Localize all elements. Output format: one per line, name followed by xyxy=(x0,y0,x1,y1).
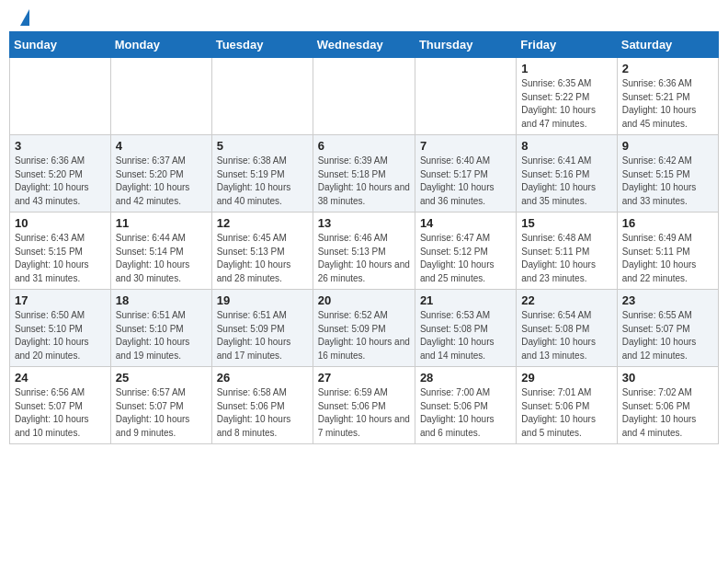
calendar-cell: 20Sunrise: 6:52 AM Sunset: 5:09 PM Dayli… xyxy=(313,290,415,367)
day-info: Sunrise: 6:55 AM Sunset: 5:07 PM Dayligh… xyxy=(622,309,713,362)
day-number: 4 xyxy=(116,139,207,153)
day-number: 16 xyxy=(622,216,713,230)
calendar-cell: 29Sunrise: 7:01 AM Sunset: 5:06 PM Dayli… xyxy=(517,367,617,444)
day-number: 3 xyxy=(15,139,106,153)
day-number: 9 xyxy=(622,139,713,153)
calendar-cell: 5Sunrise: 6:38 AM Sunset: 5:19 PM Daylig… xyxy=(211,135,313,213)
day-info: Sunrise: 6:46 AM Sunset: 5:13 PM Dayligh… xyxy=(318,232,410,285)
day-info: Sunrise: 6:43 AM Sunset: 5:15 PM Dayligh… xyxy=(15,232,106,285)
day-info: Sunrise: 6:56 AM Sunset: 5:07 PM Dayligh… xyxy=(15,386,106,440)
day-info: Sunrise: 6:36 AM Sunset: 5:20 PM Dayligh… xyxy=(15,155,106,208)
day-number: 13 xyxy=(318,216,410,230)
day-info: Sunrise: 7:01 AM Sunset: 5:06 PM Dayligh… xyxy=(521,386,611,440)
calendar-cell: 25Sunrise: 6:57 AM Sunset: 5:07 PM Dayli… xyxy=(110,367,211,444)
calendar-wrapper: SundayMondayTuesdayWednesdayThursdayFrid… xyxy=(0,31,728,454)
day-number: 11 xyxy=(116,216,207,230)
weekday-header-tuesday: Tuesday xyxy=(211,32,313,58)
day-info: Sunrise: 6:39 AM Sunset: 5:18 PM Dayligh… xyxy=(318,155,410,208)
day-number: 22 xyxy=(521,293,611,307)
day-info: Sunrise: 6:44 AM Sunset: 5:14 PM Dayligh… xyxy=(116,232,207,285)
day-number: 24 xyxy=(15,371,106,385)
day-info: Sunrise: 6:42 AM Sunset: 5:15 PM Dayligh… xyxy=(622,155,713,208)
logo xyxy=(18,13,29,26)
day-info: Sunrise: 6:40 AM Sunset: 5:17 PM Dayligh… xyxy=(420,155,511,208)
calendar-table: SundayMondayTuesdayWednesdayThursdayFrid… xyxy=(9,31,719,444)
day-info: Sunrise: 7:02 AM Sunset: 5:06 PM Dayligh… xyxy=(622,386,713,440)
calendar-week-row: 24Sunrise: 6:56 AM Sunset: 5:07 PM Dayli… xyxy=(10,367,719,444)
day-info: Sunrise: 6:58 AM Sunset: 5:06 PM Dayligh… xyxy=(217,386,308,440)
day-number: 27 xyxy=(318,371,410,385)
calendar-cell: 3Sunrise: 6:36 AM Sunset: 5:20 PM Daylig… xyxy=(10,135,111,213)
day-info: Sunrise: 6:48 AM Sunset: 5:11 PM Dayligh… xyxy=(521,232,611,285)
day-info: Sunrise: 6:45 AM Sunset: 5:13 PM Dayligh… xyxy=(217,232,308,285)
day-info: Sunrise: 6:51 AM Sunset: 5:10 PM Dayligh… xyxy=(116,309,207,362)
day-info: Sunrise: 6:51 AM Sunset: 5:09 PM Dayligh… xyxy=(217,309,308,362)
calendar-cell xyxy=(110,58,211,135)
day-info: Sunrise: 6:36 AM Sunset: 5:21 PM Dayligh… xyxy=(622,77,713,131)
day-number: 2 xyxy=(622,62,713,75)
day-number: 21 xyxy=(420,293,511,307)
calendar-cell: 11Sunrise: 6:44 AM Sunset: 5:14 PM Dayli… xyxy=(110,213,211,290)
day-number: 18 xyxy=(116,293,207,307)
calendar-week-row: 3Sunrise: 6:36 AM Sunset: 5:20 PM Daylig… xyxy=(10,135,719,213)
calendar-cell: 9Sunrise: 6:42 AM Sunset: 5:15 PM Daylig… xyxy=(617,135,718,213)
day-info: Sunrise: 6:50 AM Sunset: 5:10 PM Dayligh… xyxy=(15,309,106,362)
day-info: Sunrise: 6:47 AM Sunset: 5:12 PM Dayligh… xyxy=(420,232,511,285)
calendar-cell: 23Sunrise: 6:55 AM Sunset: 5:07 PM Dayli… xyxy=(617,290,718,367)
day-number: 7 xyxy=(420,139,511,153)
day-info: Sunrise: 6:59 AM Sunset: 5:06 PM Dayligh… xyxy=(318,386,410,440)
calendar-cell xyxy=(415,58,516,135)
day-number: 8 xyxy=(521,139,611,153)
day-info: Sunrise: 6:57 AM Sunset: 5:07 PM Dayligh… xyxy=(116,386,207,440)
calendar-cell: 8Sunrise: 6:41 AM Sunset: 5:16 PM Daylig… xyxy=(517,135,617,213)
day-number: 29 xyxy=(521,371,611,385)
calendar-week-row: 1Sunrise: 6:35 AM Sunset: 5:22 PM Daylig… xyxy=(10,58,719,135)
logo-triangle-icon xyxy=(20,9,29,26)
day-info: Sunrise: 6:35 AM Sunset: 5:22 PM Dayligh… xyxy=(521,77,611,131)
calendar-week-row: 17Sunrise: 6:50 AM Sunset: 5:10 PM Dayli… xyxy=(10,290,719,367)
calendar-week-row: 10Sunrise: 6:43 AM Sunset: 5:15 PM Dayli… xyxy=(10,213,719,290)
weekday-header-wednesday: Wednesday xyxy=(313,32,415,58)
calendar-cell: 16Sunrise: 6:49 AM Sunset: 5:11 PM Dayli… xyxy=(617,213,718,290)
calendar-cell: 30Sunrise: 7:02 AM Sunset: 5:06 PM Dayli… xyxy=(617,367,718,444)
calendar-cell: 24Sunrise: 6:56 AM Sunset: 5:07 PM Dayli… xyxy=(10,367,111,444)
calendar-cell xyxy=(313,58,415,135)
day-number: 14 xyxy=(420,216,511,230)
calendar-cell: 6Sunrise: 6:39 AM Sunset: 5:18 PM Daylig… xyxy=(313,135,415,213)
day-number: 1 xyxy=(521,62,611,75)
day-number: 5 xyxy=(217,139,308,153)
calendar-cell: 4Sunrise: 6:37 AM Sunset: 5:20 PM Daylig… xyxy=(110,135,211,213)
day-number: 10 xyxy=(15,216,106,230)
weekday-header-friday: Friday xyxy=(517,32,617,58)
calendar-cell: 19Sunrise: 6:51 AM Sunset: 5:09 PM Dayli… xyxy=(211,290,313,367)
day-number: 17 xyxy=(15,293,106,307)
calendar-cell: 28Sunrise: 7:00 AM Sunset: 5:06 PM Dayli… xyxy=(415,367,516,444)
day-number: 28 xyxy=(420,371,511,385)
weekday-header-monday: Monday xyxy=(110,32,211,58)
calendar-cell: 13Sunrise: 6:46 AM Sunset: 5:13 PM Dayli… xyxy=(313,213,415,290)
day-number: 30 xyxy=(622,371,713,385)
day-info: Sunrise: 6:37 AM Sunset: 5:20 PM Dayligh… xyxy=(116,155,207,208)
calendar-cell: 27Sunrise: 6:59 AM Sunset: 5:06 PM Dayli… xyxy=(313,367,415,444)
calendar-cell: 1Sunrise: 6:35 AM Sunset: 5:22 PM Daylig… xyxy=(517,58,617,135)
calendar-cell: 26Sunrise: 6:58 AM Sunset: 5:06 PM Dayli… xyxy=(211,367,313,444)
calendar-cell: 21Sunrise: 6:53 AM Sunset: 5:08 PM Dayli… xyxy=(415,290,516,367)
calendar-cell: 14Sunrise: 6:47 AM Sunset: 5:12 PM Dayli… xyxy=(415,213,516,290)
weekday-header-thursday: Thursday xyxy=(415,32,516,58)
weekday-header-row: SundayMondayTuesdayWednesdayThursdayFrid… xyxy=(10,32,719,58)
calendar-cell: 2Sunrise: 6:36 AM Sunset: 5:21 PM Daylig… xyxy=(617,58,718,135)
weekday-header-saturday: Saturday xyxy=(617,32,718,58)
day-info: Sunrise: 6:49 AM Sunset: 5:11 PM Dayligh… xyxy=(622,232,713,285)
day-info: Sunrise: 7:00 AM Sunset: 5:06 PM Dayligh… xyxy=(420,386,511,440)
calendar-cell: 7Sunrise: 6:40 AM Sunset: 5:17 PM Daylig… xyxy=(415,135,516,213)
weekday-header-sunday: Sunday xyxy=(10,32,111,58)
calendar-cell: 22Sunrise: 6:54 AM Sunset: 5:08 PM Dayli… xyxy=(517,290,617,367)
day-info: Sunrise: 6:38 AM Sunset: 5:19 PM Dayligh… xyxy=(217,155,308,208)
calendar-cell: 17Sunrise: 6:50 AM Sunset: 5:10 PM Dayli… xyxy=(10,290,111,367)
day-info: Sunrise: 6:53 AM Sunset: 5:08 PM Dayligh… xyxy=(420,309,511,362)
day-number: 15 xyxy=(521,216,611,230)
day-number: 19 xyxy=(217,293,308,307)
day-info: Sunrise: 6:52 AM Sunset: 5:09 PM Dayligh… xyxy=(318,309,410,362)
day-number: 23 xyxy=(622,293,713,307)
calendar-cell xyxy=(211,58,313,135)
